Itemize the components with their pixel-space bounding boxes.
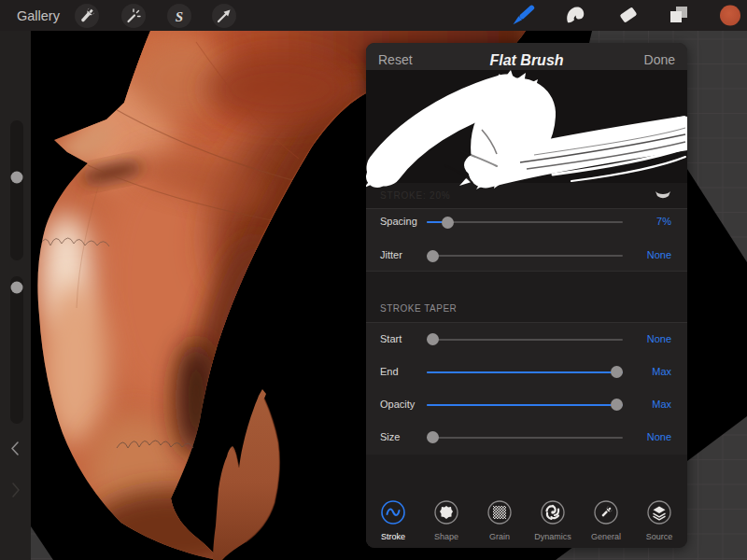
svg-text:S: S	[176, 9, 183, 24]
